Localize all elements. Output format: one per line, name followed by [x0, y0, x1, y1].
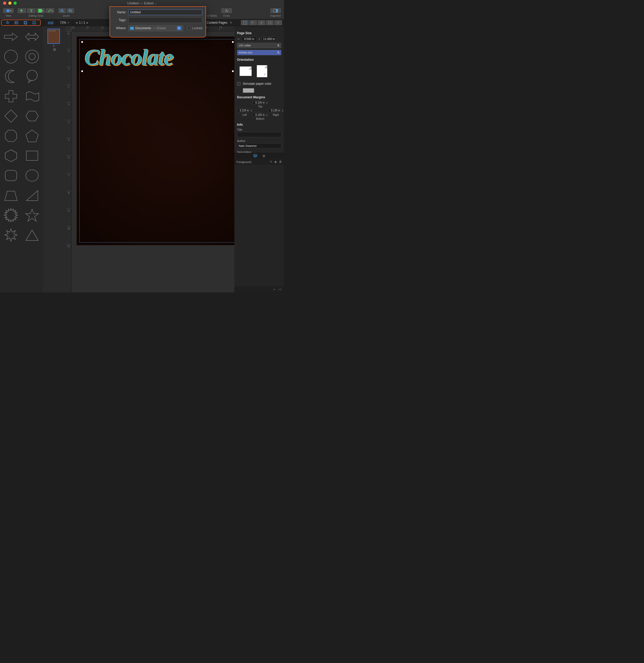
headline-text[interactable]: Chocolate [85, 44, 230, 70]
next-page-icon[interactable]: ▶ [87, 21, 88, 24]
inspector-tab-image[interactable] [266, 20, 274, 26]
author-input[interactable] [237, 143, 281, 148]
folder-icon [130, 27, 134, 30]
shape-circle[interactable] [1, 47, 21, 66]
selection-handle[interactable] [232, 70, 234, 72]
where-suffix: — iCloud [153, 26, 165, 30]
prev-page-icon[interactable]: ◀ [76, 21, 77, 24]
content-pages-label[interactable]: Content Pages [207, 21, 227, 24]
library-images-tab[interactable] [12, 20, 21, 25]
title-input[interactable] [237, 132, 281, 137]
inspector-tab-style[interactable] [257, 20, 266, 26]
shape-starburst[interactable] [1, 206, 21, 224]
vertical-ruler[interactable]: |101234567891011 [66, 31, 71, 292]
shape-star-8[interactable] [1, 226, 21, 244]
shape-triangle-right[interactable] [22, 186, 42, 205]
locked-label: Locked [192, 26, 202, 30]
shape-octagon[interactable] [1, 127, 21, 145]
units-dropdown[interactable]: Inches (in)⇅ [237, 50, 281, 55]
selection-handle[interactable] [82, 41, 83, 43]
library-stacks-tab[interactable] [21, 20, 30, 25]
shape-pentagon[interactable] [22, 127, 42, 145]
shape-ellipse[interactable] [22, 166, 42, 185]
shape-wave-rect[interactable] [22, 87, 42, 106]
layer-menu-button[interactable]: ▭ [278, 288, 281, 291]
shape-star-5[interactable] [22, 206, 42, 224]
inspector-button[interactable] [270, 8, 281, 14]
line-tool[interactable]: ▾ [45, 8, 55, 14]
where-dropdown[interactable]: Documents — iCloud ⇅ [128, 25, 183, 31]
tags-input[interactable] [128, 17, 202, 23]
add-layer-button[interactable]: ＋ [273, 287, 276, 292]
checkmark-icon: ✓ [263, 72, 266, 76]
page-width-input[interactable] [242, 37, 257, 41]
window-minimize-button[interactable] [8, 2, 12, 5]
name-input[interactable] [128, 9, 202, 15]
margin-bottom-input[interactable] [253, 113, 266, 117]
chocolate-image[interactable]: Chocolate [77, 37, 234, 245]
shape-tool[interactable]: ▾ [36, 8, 45, 14]
svg-point-20 [261, 21, 263, 23]
shape-cross[interactable] [1, 87, 21, 106]
shape-arrow-double[interactable] [22, 28, 42, 46]
svg-line-7 [71, 11, 72, 12]
description-label: Description [237, 151, 281, 153]
shape-speech-bubble[interactable] [22, 67, 42, 86]
updown-icon: ⇅ [230, 21, 232, 24]
margin-top-input[interactable] [253, 101, 266, 105]
edit-icon[interactable]: ✎ [270, 160, 272, 163]
shape-triangle[interactable] [22, 226, 42, 244]
svg-rect-21 [269, 22, 271, 24]
shape-donut[interactable] [22, 47, 42, 66]
layer-foreground[interactable]: Foreground ✎ ◉ 🖶 [234, 159, 284, 165]
page-height-input[interactable] [261, 37, 277, 41]
locked-checkbox[interactable] [187, 26, 190, 30]
zoom-display[interactable]: 72% [60, 21, 66, 24]
shape-rectangle[interactable] [22, 146, 42, 165]
orientation-landscape[interactable] [239, 67, 252, 76]
library-text-tab[interactable]: a [30, 20, 39, 25]
canvas[interactable]: |10123456789 |101234567891011 Chocolate [66, 26, 234, 292]
svg-point-22 [4, 50, 18, 63]
zoom-in-button[interactable] [66, 8, 74, 14]
shape-hexagon-flat[interactable] [22, 107, 42, 125]
print-icon[interactable]: 🖶 [279, 160, 282, 163]
inspector-tab-text[interactable]: T [274, 20, 282, 26]
page-1-thumbnail[interactable]: Chocolate [47, 29, 60, 44]
layers-tabs: ⊞ [234, 153, 284, 159]
shape-rounded-rect[interactable] [1, 166, 21, 185]
window-zoom-button[interactable] [14, 2, 17, 5]
zoom-out-button[interactable] [58, 8, 66, 14]
view-button[interactable]: ▾ [3, 8, 14, 14]
fonts-button[interactable]: A [221, 8, 232, 14]
inspector-tab-geometry[interactable] [249, 20, 257, 26]
layers-tab[interactable] [253, 154, 257, 158]
paper-color-swatch[interactable] [243, 88, 254, 93]
page-indicator: 1 / 1 [79, 21, 85, 24]
page-preset-dropdown[interactable]: US Letter⇅ [237, 43, 281, 48]
simulate-paper-checkbox[interactable] [237, 82, 240, 86]
objstyles-label: ct Styles [207, 14, 217, 17]
margin-right-input[interactable] [268, 109, 281, 112]
text-tool[interactable]: T [27, 8, 36, 14]
document-page[interactable]: Chocolate [77, 37, 234, 245]
window-close-button[interactable] [3, 2, 6, 5]
visibility-icon[interactable]: ◉ [274, 160, 277, 163]
svg-point-24 [29, 53, 35, 60]
shape-trapezoid[interactable] [1, 186, 21, 205]
shape-diamond[interactable] [1, 107, 21, 125]
shape-crescent[interactable] [1, 67, 21, 86]
library-shapes-tab[interactable] [3, 20, 12, 25]
selection-handle[interactable] [82, 70, 83, 72]
grid-tab[interactable]: ⊞ [262, 154, 265, 158]
inspector-tab-doc[interactable] [240, 20, 249, 26]
margin-left-input[interactable] [237, 109, 250, 112]
select-tool[interactable] [17, 8, 27, 14]
orientation-portrait[interactable]: ✓ [257, 65, 267, 77]
shape-arrow-right[interactable] [1, 28, 21, 46]
selection-handle[interactable] [232, 41, 234, 43]
thumbnail-settings-button[interactable]: ⚙ [53, 47, 56, 52]
window-title[interactable]: Untitled — Edited⌄ [127, 1, 157, 5]
shape-hexagon-point[interactable] [1, 146, 21, 165]
view-mode-icon[interactable]: ▤▥ [48, 21, 53, 24]
